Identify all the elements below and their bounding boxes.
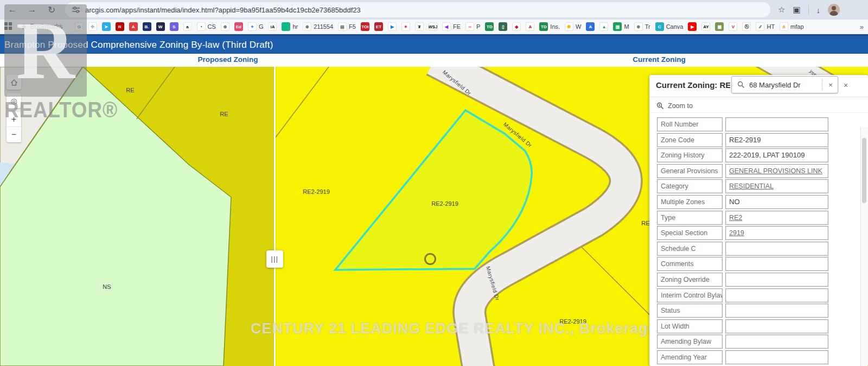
bookmark-item[interactable]: WSJ xyxy=(429,22,437,31)
bookmark-label: Canva xyxy=(666,23,684,30)
bookmarks-overflow-icon[interactable]: » xyxy=(860,23,864,31)
field-label: Multiple Zones xyxy=(657,195,723,209)
toolbar-divider xyxy=(808,5,809,15)
zoom-out-button[interactable]: − xyxy=(7,127,21,142)
field-label: Zoning Override xyxy=(657,273,723,287)
bookmark-item[interactable]: a xyxy=(183,22,192,31)
bookmark-item[interactable]: ▶ xyxy=(388,22,397,31)
bookmarks-label[interactable]: Bookmarks xyxy=(30,23,63,30)
bookmark-favicon: ▤ xyxy=(338,22,347,31)
browser-toolbar: ← → ↻ arcgis.com/apps/instant/media/inde… xyxy=(0,0,868,20)
bookmark-item[interactable]: V xyxy=(729,22,737,31)
bookmark-item[interactable]: B. xyxy=(143,22,151,31)
bookmark-item[interactable]: ▯ xyxy=(499,22,507,31)
bookmark-item[interactable]: ⊕ xyxy=(221,22,229,31)
zone-label-re: RE xyxy=(641,220,649,226)
bookmark-item[interactable]: ⓗ xyxy=(742,22,751,31)
bookmarks-star-icon[interactable]: ★ xyxy=(21,22,28,31)
home-button[interactable] xyxy=(7,75,21,90)
apps-grid-icon[interactable] xyxy=(4,22,13,31)
bookmark-item[interactable]: ✦G xyxy=(248,22,264,31)
site-settings-icon[interactable] xyxy=(72,5,80,14)
extensions-icon[interactable]: ▣ xyxy=(793,5,800,15)
bookmark-item[interactable]: A xyxy=(129,22,138,31)
zone-label-re2: RE2-2919 xyxy=(303,188,330,195)
bookmark-item[interactable]: ▦ xyxy=(715,22,724,31)
panel-scrollbar-thumb[interactable] xyxy=(862,138,866,203)
bookmark-item[interactable]: ◔CS xyxy=(197,22,216,31)
field-value xyxy=(725,273,828,287)
table-row: Zoning Override xyxy=(649,273,868,287)
panel-close-icon[interactable]: × xyxy=(840,80,851,91)
bookmark-item[interactable]: iA xyxy=(268,22,277,31)
reload-icon[interactable]: ↻ xyxy=(44,3,59,17)
bookmark-item[interactable]: ➤ xyxy=(102,22,111,31)
search-clear-icon[interactable]: × xyxy=(824,81,838,89)
bookmark-item[interactable]: ◆ xyxy=(512,22,521,31)
field-value-link[interactable]: RE2 xyxy=(725,211,828,225)
field-value-link[interactable]: 2919 xyxy=(725,226,828,240)
field-value: 222-2019, LPAT 190109 xyxy=(725,148,828,162)
zoom-to-icon xyxy=(656,102,664,110)
swipe-divider[interactable] xyxy=(274,67,276,366)
bookmark-item[interactable]: ▥M xyxy=(613,22,629,31)
bookmark-favicon: a xyxy=(183,22,192,31)
field-label: Lot Width xyxy=(657,319,723,333)
bookmark-item[interactable]: ET xyxy=(374,22,383,31)
bookmark-item[interactable]: ∕∕HT xyxy=(756,22,775,31)
bookmark-item[interactable]: ✺W xyxy=(565,22,581,31)
url-text[interactable]: arcgis.com/apps/instant/media/index.html… xyxy=(85,6,361,14)
bookmark-item[interactable]: ₮ xyxy=(415,22,424,31)
bookmark-item[interactable]: TDIns. xyxy=(539,22,560,31)
table-row: Amending Bylaw xyxy=(649,335,868,349)
bookmark-item[interactable]: R xyxy=(116,22,124,31)
table-row: Schedule C xyxy=(649,242,868,256)
field-label: Zone Code xyxy=(657,133,723,147)
bookmark-favicon: ET xyxy=(374,22,383,31)
bookmark-item[interactable]: W xyxy=(156,22,165,31)
panel-scrollbar[interactable] xyxy=(860,127,868,366)
search-input[interactable]: 68 Marysfield Dr xyxy=(749,81,821,89)
field-value-link[interactable]: GENERAL PROVISIONS LINK xyxy=(725,164,828,178)
search-box[interactable]: 68 Marysfield Dr × xyxy=(731,76,838,93)
bookmark-item[interactable]: A xyxy=(526,22,534,31)
bookmark-item[interactable]: TD xyxy=(485,22,494,31)
bookmark-item[interactable]: ⊕211554 xyxy=(303,22,333,31)
bookmarks-bar: ★ Bookmarks G✣➤RAB.WSa◔CS⊕Ed✦GiAhr⊕21155… xyxy=(0,20,868,34)
bookmark-star-icon[interactable]: ☆ xyxy=(778,5,785,15)
table-row: Status xyxy=(649,304,868,318)
download-icon[interactable]: ↓ xyxy=(816,5,821,15)
bookmark-item[interactable]: ▲ xyxy=(599,22,608,31)
locate-button[interactable]: ◎ xyxy=(7,93,21,108)
bookmark-favicon: A xyxy=(129,22,138,31)
field-value xyxy=(725,242,828,256)
zoom-to-action[interactable]: Zoom to xyxy=(656,100,693,111)
bookmark-item[interactable]: ∞P xyxy=(465,22,480,31)
bookmark-item[interactable]: S xyxy=(170,22,178,31)
bookmark-item[interactable]: G xyxy=(75,22,84,31)
bookmark-item[interactable]: hr xyxy=(282,22,298,31)
back-icon[interactable]: ← xyxy=(5,3,20,17)
bookmark-item[interactable]: ◀FE xyxy=(442,22,461,31)
bookmark-item[interactable]: AY xyxy=(701,22,710,31)
bookmark-item[interactable]: ✣ xyxy=(88,22,97,31)
forward-icon[interactable]: → xyxy=(25,3,39,17)
current-zoning-label: Current Zoning xyxy=(589,55,730,64)
bookmark-item[interactable]: ⋔mfap xyxy=(780,22,803,31)
bookmark-item[interactable]: Ed xyxy=(234,22,243,31)
bookmark-favicon: W xyxy=(156,22,165,31)
bookmark-item[interactable]: ▶ xyxy=(688,22,697,31)
swipe-handle[interactable]: ||| xyxy=(266,250,283,268)
bookmark-item[interactable]: ▤F5 xyxy=(338,22,356,31)
zoom-in-button[interactable]: + xyxy=(7,112,21,127)
bookmark-item[interactable]: ⊕Tr xyxy=(634,22,650,31)
proposed-zoning-label: Proposed Zoning xyxy=(157,55,298,64)
bookmark-item[interactable]: CCanva xyxy=(655,22,684,31)
bookmark-item[interactable]: ✶ xyxy=(401,22,410,31)
profile-avatar[interactable] xyxy=(828,4,840,16)
bookmark-favicon: ✶ xyxy=(401,22,410,31)
bookmark-item[interactable]: A xyxy=(586,22,595,31)
address-bar[interactable]: arcgis.com/apps/instant/media/index.html… xyxy=(65,2,770,17)
bookmark-item[interactable]: TOI xyxy=(361,22,369,31)
field-value-link[interactable]: RESIDENTIAL xyxy=(725,179,828,193)
